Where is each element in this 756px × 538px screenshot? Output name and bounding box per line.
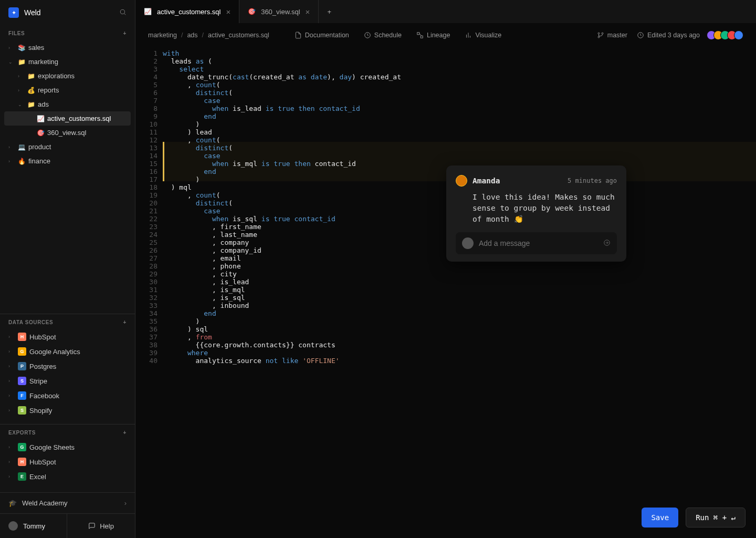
chevron-icon: ›	[8, 474, 15, 479]
visualize-button[interactable]: Visualize	[465, 32, 501, 39]
close-tab-icon[interactable]: ×	[306, 7, 310, 16]
export-label: Excel	[29, 473, 46, 481]
datasource-item[interactable]: ›FFacebook	[4, 388, 131, 403]
documentation-button[interactable]: Documentation	[295, 32, 349, 39]
save-button[interactable]: Save	[642, 508, 678, 527]
datasource-item[interactable]: ›GGoogle Analytics	[4, 344, 131, 359]
svg-rect-4	[421, 36, 423, 38]
export-item[interactable]: ›GGoogle Sheets	[4, 440, 131, 454]
svg-line-1	[124, 13, 126, 15]
file-tree-item[interactable]: 🎯360_view.sql	[4, 126, 131, 140]
datasource-label: Google Analytics	[29, 348, 80, 356]
file-label: 360_view.sql	[47, 129, 86, 137]
export-label: Google Sheets	[29, 443, 75, 451]
datasource-icon: S	[18, 377, 26, 385]
datasource-icon: P	[18, 362, 26, 370]
weld-academy-link[interactable]: 🎓 Weld Academy ›	[0, 492, 135, 513]
datasource-icon: F	[18, 391, 26, 400]
line-gutter: 1234567891011121314151617181920212223242…	[135, 47, 163, 538]
editor-tab[interactable]: 🎯360_view.sql×	[239, 0, 319, 23]
exports-tree: ›GGoogle Sheets›HHubSpot›EExcel	[0, 439, 135, 485]
chat-icon	[88, 522, 96, 530]
run-button[interactable]: Run ⌘ + ↵	[686, 508, 746, 527]
file-icon: 📈	[37, 115, 44, 122]
breadcrumb-sep: /	[202, 32, 204, 39]
chevron-icon: ›	[8, 378, 15, 384]
file-icon: 📁	[18, 58, 25, 66]
datasource-item[interactable]: ›PPostgres	[4, 359, 131, 374]
file-label: finance	[28, 157, 50, 165]
file-tree-item[interactable]: ›📁explorations	[4, 69, 131, 83]
user-avatar-icon	[8, 521, 18, 531]
breadcrumb-2[interactable]: active_customers.sql	[208, 32, 269, 39]
breadcrumb-0[interactable]: marketing	[148, 32, 177, 39]
files-section-header: FILES +	[0, 25, 135, 39]
close-tab-icon[interactable]: ×	[226, 7, 230, 16]
file-tree-item[interactable]: ›📚sales	[4, 40, 131, 55]
file-tree-item[interactable]: ›🔥finance	[4, 154, 131, 168]
comment-body: I love this idea! Makes so much sense to…	[456, 192, 617, 225]
current-user[interactable]: Tommy	[0, 514, 67, 538]
datasource-item[interactable]: ›SShopify	[4, 403, 131, 418]
doc-icon	[295, 32, 302, 39]
edited-indicator: Edited 3 days ago	[637, 32, 700, 39]
chevron-icon: ›	[8, 393, 15, 398]
file-tree-item[interactable]: ⌄📁ads	[4, 97, 131, 111]
clock-icon	[364, 32, 371, 39]
lineage-button[interactable]: Lineage	[416, 32, 450, 39]
export-item[interactable]: ›HHubSpot	[4, 454, 131, 469]
chevron-icon: ⌄	[18, 102, 24, 107]
breadcrumb-1[interactable]: ads	[187, 32, 197, 39]
comment-thread: Amanda 5 minutes ago I love this idea! M…	[446, 165, 626, 262]
chevron-icon: ›	[8, 364, 15, 369]
file-label: marketing	[28, 58, 58, 66]
file-tree-item[interactable]: ›💻product	[4, 140, 131, 154]
svg-point-10	[598, 36, 600, 38]
comment-author: Amanda	[472, 177, 500, 185]
collaborator-avatars[interactable]	[709, 30, 743, 40]
file-label: ads	[38, 100, 49, 108]
comment-input[interactable]	[479, 239, 598, 247]
editor-subbar: marketing / ads / active_customers.sql D…	[135, 23, 756, 47]
tab-label: active_customers.sql	[157, 8, 220, 16]
export-label: HubSpot	[29, 458, 56, 466]
chevron-icon: ›	[18, 88, 24, 93]
file-tree-item[interactable]: 📈active_customers.sql	[4, 111, 131, 126]
file-tree-item[interactable]: ⌄📁marketing	[4, 55, 131, 69]
branch-indicator[interactable]: master	[597, 32, 627, 39]
send-icon[interactable]	[603, 239, 611, 248]
file-tree-item[interactable]: ›💰reports	[4, 83, 131, 97]
help-link[interactable]: Help	[67, 514, 135, 538]
code-editor[interactable]: 1234567891011121314151617181920212223242…	[135, 47, 756, 538]
avatar	[734, 30, 743, 40]
chevron-icon: ›	[8, 408, 15, 413]
datasource-label: Facebook	[29, 392, 59, 400]
files-tree: ›📚sales⌄📁marketing›📁explorations›💰report…	[0, 39, 135, 169]
add-export-icon[interactable]: +	[123, 430, 127, 436]
datasource-item[interactable]: ›SStripe	[4, 374, 131, 388]
file-icon: 🔥	[18, 158, 25, 165]
schedule-button[interactable]: Schedule	[364, 32, 402, 39]
export-icon: E	[18, 472, 26, 481]
brand: ✦ Weld	[0, 0, 135, 25]
editor-tab[interactable]: 📈active_customers.sql×	[135, 0, 239, 23]
add-tab-button[interactable]: +	[319, 0, 340, 23]
editor-tabs: 📈active_customers.sql×🎯360_view.sql× +	[135, 0, 756, 23]
file-label: active_customers.sql	[47, 115, 111, 122]
datasource-icon: S	[18, 406, 26, 415]
search-icon[interactable]	[119, 8, 127, 17]
chevron-icon: ›	[8, 459, 15, 464]
comment-time: 5 minutes ago	[568, 177, 617, 185]
datasource-item[interactable]: ›HHubSpot	[4, 329, 131, 344]
clock-icon	[637, 32, 644, 39]
code-area[interactable]: with leads as ( select date_trunc(cast(c…	[163, 47, 756, 538]
export-icon: H	[18, 458, 26, 466]
files-label: FILES	[8, 30, 25, 36]
add-datasource-icon[interactable]: +	[123, 319, 127, 325]
datasource-icon: H	[18, 333, 26, 341]
datasource-icon: G	[18, 347, 26, 356]
breadcrumb-sep: /	[181, 32, 183, 39]
lineage-icon	[416, 32, 424, 39]
add-file-icon[interactable]: +	[123, 30, 127, 36]
export-item[interactable]: ›EExcel	[4, 469, 131, 484]
